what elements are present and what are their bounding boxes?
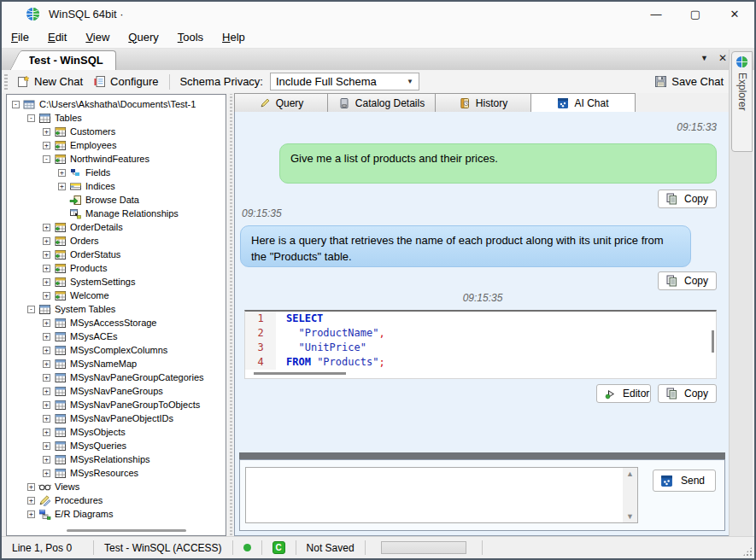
expand-icon[interactable]: + bbox=[43, 224, 50, 231]
tab-ai-chat[interactable]: AI Chat bbox=[531, 93, 636, 113]
tree-item-orderdetails[interactable]: +OrderDetails bbox=[7, 220, 226, 234]
expand-icon[interactable]: + bbox=[43, 265, 50, 272]
tree-horizontal-scrollbar[interactable] bbox=[67, 529, 186, 532]
input-vertical-scrollbar[interactable]: ▲ ▼ bbox=[623, 468, 637, 522]
tree-item-msysrelationships[interactable]: +MSysRelationships bbox=[7, 452, 226, 466]
panel-splitter[interactable] bbox=[227, 94, 234, 536]
expand-icon[interactable]: + bbox=[43, 415, 50, 423]
tree-item-msysnavpaneobjectids[interactable]: +MSysNavPaneObjectIDs bbox=[7, 411, 226, 425]
tree-item-system-tables[interactable]: -System Tables bbox=[7, 302, 226, 316]
tree-item-tables[interactable]: -Tables bbox=[7, 111, 226, 125]
tab-query[interactable]: Query bbox=[234, 93, 328, 113]
copy-user-message-button[interactable]: Copy bbox=[658, 190, 717, 208]
expand-icon[interactable]: + bbox=[58, 183, 66, 190]
copy-assistant-message-button[interactable]: Copy bbox=[658, 271, 717, 290]
tree-item-welcome[interactable]: +Welcome bbox=[7, 289, 226, 302]
menu-help[interactable]: Help bbox=[213, 27, 255, 47]
chat-input-splitter[interactable] bbox=[239, 452, 725, 459]
tree-item-msysnamemap[interactable]: +MSysNameMap bbox=[7, 357, 226, 370]
expand-icon[interactable]: + bbox=[43, 292, 50, 300]
send-button[interactable]: Send bbox=[653, 470, 716, 492]
minimize-button[interactable]: — bbox=[636, 2, 676, 26]
expand-icon[interactable]: + bbox=[27, 497, 35, 505]
expand-icon[interactable]: + bbox=[43, 388, 50, 395]
tree-item-views[interactable]: +Views bbox=[7, 480, 226, 493]
menu-edit[interactable]: Edit bbox=[38, 27, 76, 47]
tree-item-msysresources[interactable]: +MSysResources bbox=[7, 466, 226, 480]
system-table-icon bbox=[54, 372, 67, 383]
code-vertical-scrollbar[interactable] bbox=[712, 330, 714, 353]
document-tab[interactable]: Test - WinSQL bbox=[21, 50, 116, 70]
expand-icon[interactable]: + bbox=[43, 442, 50, 450]
resize-grip[interactable] bbox=[743, 547, 752, 556]
tree-item-employees[interactable]: +Employees bbox=[7, 138, 226, 152]
tab-catalog-details[interactable]: Catalog Details bbox=[328, 93, 436, 113]
tree-item-northwindfeatures[interactable]: -NorthwindFeatures bbox=[7, 152, 226, 166]
maximize-button[interactable]: ▢ bbox=[676, 2, 715, 26]
tree-item-msysnavpanegroupcategories[interactable]: +MSysNavPaneGroupCategories bbox=[7, 370, 226, 384]
expand-icon[interactable]: + bbox=[43, 429, 50, 436]
expand-icon[interactable]: + bbox=[43, 347, 50, 354]
expand-icon[interactable]: + bbox=[27, 483, 35, 491]
tab-list-caret-icon[interactable]: ▼ bbox=[700, 54, 708, 62]
tree-item-procedures[interactable]: +Procedures bbox=[7, 493, 226, 507]
tree-item-manage-relationships[interactable]: Manage Relationships bbox=[7, 207, 226, 220]
expand-icon[interactable]: + bbox=[43, 470, 50, 477]
tree-item-e-r-diagrams[interactable]: +E/R Diagrams bbox=[7, 507, 226, 521]
expand-icon[interactable]: + bbox=[43, 333, 50, 341]
tab-history-label: History bbox=[476, 97, 507, 109]
tab-history[interactable]: History bbox=[436, 93, 531, 113]
expand-icon[interactable]: + bbox=[27, 510, 35, 518]
chat-message-input[interactable]: ▲ ▼ bbox=[245, 467, 638, 523]
explorer-tab[interactable]: Explorer bbox=[731, 51, 753, 152]
tree-item-indices[interactable]: +Indices bbox=[7, 179, 226, 193]
configure-button[interactable]: Configure bbox=[88, 73, 163, 90]
editor-button[interactable]: Editor bbox=[596, 384, 651, 403]
expand-icon[interactable]: + bbox=[43, 128, 50, 136]
collapse-icon[interactable]: - bbox=[27, 306, 35, 313]
expand-icon[interactable]: + bbox=[43, 374, 50, 382]
code-line-number: 4 bbox=[245, 355, 276, 370]
tree-item-orderstatus[interactable]: +OrderStatus bbox=[7, 248, 226, 261]
expand-icon[interactable]: + bbox=[43, 237, 50, 245]
tree-item-c-users-akshatha-documents-test-1[interactable]: -C:\Users\Akshatha\Documents\Test-1 bbox=[7, 97, 226, 111]
save-chat-button[interactable]: Save Chat bbox=[649, 73, 729, 90]
copy-code-button[interactable]: Copy bbox=[658, 384, 717, 403]
schema-privacy-select[interactable]: Include Full Schema ▼ bbox=[270, 73, 419, 90]
tree-item-msysnavpanegrouptoobjects[interactable]: +MSysNavPaneGroupToObjects bbox=[7, 398, 226, 411]
tree-item-orders[interactable]: +Orders bbox=[7, 234, 226, 248]
tree-item-customers[interactable]: +Customers bbox=[7, 125, 226, 138]
menu-query[interactable]: Query bbox=[119, 27, 167, 47]
close-button[interactable]: ✕ bbox=[715, 2, 754, 26]
tree-item-msyscomplexcolumns[interactable]: +MSysComplexColumns bbox=[7, 343, 226, 357]
expand-icon[interactable]: + bbox=[43, 278, 50, 286]
tree-item-fields[interactable]: +Fields bbox=[7, 166, 226, 179]
scroll-up-icon[interactable]: ▲ bbox=[626, 470, 634, 478]
expand-icon[interactable]: + bbox=[43, 319, 50, 327]
copy-button-label: Copy bbox=[684, 275, 708, 287]
menu-file[interactable]: File bbox=[2, 27, 38, 47]
expand-icon[interactable]: + bbox=[43, 401, 50, 409]
scroll-down-icon[interactable]: ▼ bbox=[626, 512, 634, 521]
tree-item-msysqueries[interactable]: +MSysQueries bbox=[7, 439, 226, 452]
menu-tools[interactable]: Tools bbox=[168, 27, 213, 47]
expand-icon[interactable]: + bbox=[43, 360, 50, 368]
expand-icon[interactable]: + bbox=[43, 142, 50, 149]
code-horizontal-scrollbar[interactable] bbox=[254, 372, 346, 375]
tree-item-msysaces[interactable]: +MSysACEs bbox=[7, 330, 226, 343]
collapse-icon[interactable]: - bbox=[43, 155, 50, 163]
tree-item-msysaccessstorage[interactable]: +MSysAccessStorage bbox=[7, 316, 226, 330]
tree-item-msysnavpanegroups[interactable]: +MSysNavPaneGroups bbox=[7, 384, 226, 398]
tree-item-products[interactable]: +Products bbox=[7, 261, 226, 275]
expand-icon[interactable]: + bbox=[58, 169, 66, 177]
collapse-icon[interactable]: - bbox=[27, 114, 35, 122]
collapse-icon[interactable]: - bbox=[12, 101, 20, 108]
tab-close-icon[interactable]: ✕ bbox=[718, 52, 727, 64]
tree-item-systemsettings[interactable]: +SystemSettings bbox=[7, 275, 226, 289]
tree-item-msysobjects[interactable]: +MSysObjects bbox=[7, 425, 226, 439]
new-chat-button[interactable]: New Chat bbox=[12, 73, 88, 90]
tree-item-browse-data[interactable]: Browse Data bbox=[7, 193, 226, 207]
expand-icon[interactable]: + bbox=[43, 251, 50, 259]
expand-icon[interactable]: + bbox=[43, 456, 50, 464]
menu-view[interactable]: View bbox=[76, 27, 119, 47]
